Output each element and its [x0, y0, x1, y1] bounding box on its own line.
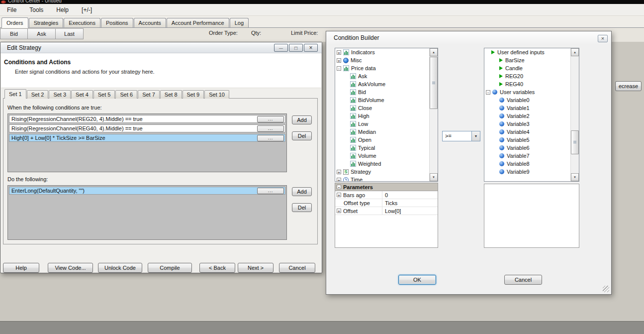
- tab-account-performance[interactable]: Account Performance: [167, 18, 229, 27]
- action-row-1-selected[interactable]: EnterLong(DefaultQuantity, "") ...: [9, 187, 285, 195]
- right-tree-scrollbar[interactable]: [570, 48, 579, 181]
- expand-plus-icon[interactable]: [337, 193, 341, 197]
- collapse-minus-icon[interactable]: [486, 90, 490, 95]
- expand-plus-icon[interactable]: [337, 50, 341, 55]
- tree-item-reg40[interactable]: REG40: [484, 80, 570, 88]
- cancel-wizard-button[interactable]: Cancel: [279, 263, 315, 273]
- tree-item-strategy[interactable]: Strategy: [335, 168, 429, 176]
- tree-item-variable8[interactable]: Variable8: [484, 160, 570, 168]
- scroll-down-button[interactable]: [571, 173, 579, 181]
- edit-strategy-titlebar[interactable]: Edit Strategy: [0, 42, 322, 53]
- param-value-cell[interactable]: 0: [382, 191, 438, 199]
- expand-plus-icon[interactable]: [337, 209, 341, 213]
- view-code-button[interactable]: View Code...: [48, 263, 93, 273]
- edit-condition-button[interactable]: ...: [257, 125, 284, 132]
- tree-item-time[interactable]: Time: [335, 176, 429, 181]
- expand-plus-icon[interactable]: [337, 58, 341, 63]
- column-header-last[interactable]: Last: [56, 28, 84, 39]
- tree-item-askvolume[interactable]: AskVolume: [335, 80, 429, 88]
- condition-row-3-selected[interactable]: High[0] + Low[0] * TickSize >= BarSize .…: [9, 134, 285, 142]
- tree-item-variable4[interactable]: Variable4: [484, 128, 570, 136]
- tree-item-median[interactable]: Median: [335, 128, 429, 136]
- condition-row-1[interactable]: Rising(RegressionChannel(REG20, 4).Middl…: [9, 115, 285, 123]
- tree-item-user-variables[interactable]: User variables: [484, 88, 570, 96]
- tab-positions[interactable]: Positions: [101, 18, 133, 27]
- tree-item-indicators[interactable]: Indicators: [335, 48, 429, 56]
- tab-set-7[interactable]: Set 7: [138, 90, 160, 99]
- tree-item-variable7[interactable]: Variable7: [484, 152, 570, 160]
- left-tree-scrollbar[interactable]: [429, 48, 438, 181]
- tab-set-4[interactable]: Set 4: [71, 90, 93, 99]
- tab-strategies[interactable]: Strategies: [29, 18, 64, 27]
- param-row-bars-ago[interactable]: Bars ago 0: [335, 191, 438, 199]
- tree-item-variable5[interactable]: Variable5: [484, 136, 570, 144]
- add-action-button[interactable]: Add: [292, 187, 312, 196]
- tree-item-price-data[interactable]: Price data: [335, 64, 429, 72]
- back-button[interactable]: < Back: [199, 263, 235, 273]
- scroll-thumb[interactable]: [571, 130, 579, 154]
- tree-item-bid[interactable]: Bid: [335, 88, 429, 96]
- collapse-minus-icon[interactable]: [337, 185, 341, 189]
- next-button[interactable]: Next >: [238, 263, 274, 273]
- tree-item-open[interactable]: Open: [335, 136, 429, 144]
- tree-item-variable3[interactable]: Variable3: [484, 120, 570, 128]
- tree-item-bidvolume[interactable]: BidVolume: [335, 96, 429, 104]
- scroll-down-button[interactable]: [430, 173, 438, 181]
- tree-item-misc[interactable]: Misc: [335, 56, 429, 64]
- tree-item-ask[interactable]: Ask: [335, 72, 429, 80]
- chevron-down-icon[interactable]: [471, 131, 480, 141]
- tab-set-5[interactable]: Set 5: [93, 90, 115, 99]
- menu-file[interactable]: File: [2, 5, 21, 15]
- expand-plus-icon[interactable]: [337, 170, 341, 174]
- tab-set-8[interactable]: Set 8: [160, 90, 182, 99]
- add-condition-button[interactable]: Add: [292, 115, 312, 124]
- condition-row-2[interactable]: Rising(RegressionChannel(REG40, 4).Middl…: [9, 124, 285, 132]
- param-row-offset[interactable]: Offset Low[0]: [335, 207, 438, 215]
- close-button[interactable]: [304, 44, 318, 52]
- tab-set-3[interactable]: Set 3: [49, 90, 71, 99]
- expand-plus-icon[interactable]: [337, 178, 341, 182]
- help-button[interactable]: Help: [3, 263, 39, 273]
- tab-set-9[interactable]: Set 9: [183, 90, 204, 99]
- tree-item-reg20[interactable]: REG20: [484, 72, 570, 80]
- tab-set-1[interactable]: Set 1: [4, 89, 26, 99]
- delete-action-button[interactable]: Del: [292, 203, 312, 212]
- parameters-header[interactable]: Parameters: [335, 183, 438, 191]
- tab-set-6[interactable]: Set 6: [115, 90, 137, 99]
- tab-set-10[interactable]: Set 10: [204, 90, 229, 99]
- tree-item-user-defined-inputs[interactable]: User defined inputs: [484, 48, 570, 56]
- scroll-up-button[interactable]: [430, 48, 438, 56]
- edit-action-button[interactable]: ...: [257, 188, 284, 194]
- tab-orders[interactable]: Orders: [1, 17, 28, 28]
- tab-set-2[interactable]: Set 2: [27, 90, 49, 99]
- tab-accounts[interactable]: Accounts: [134, 18, 166, 27]
- edit-condition-button[interactable]: ...: [257, 135, 284, 141]
- menu-tools[interactable]: Tools: [24, 5, 48, 15]
- tree-item-variable6[interactable]: Variable6: [484, 144, 570, 152]
- column-header-ask[interactable]: Ask: [28, 28, 56, 39]
- tree-item-barsize[interactable]: BarSize: [484, 56, 570, 64]
- resize-grip[interactable]: [603, 286, 609, 292]
- param-row-offset-type[interactable]: Offset type Ticks: [335, 199, 438, 207]
- tree-item-volume[interactable]: Volume: [335, 152, 429, 160]
- scroll-up-button[interactable]: [571, 48, 579, 56]
- cancel-button[interactable]: Cancel: [504, 275, 542, 285]
- tree-item-close[interactable]: Close: [335, 104, 429, 112]
- scroll-thumb[interactable]: [430, 57, 438, 109]
- collapse-minus-icon[interactable]: [337, 66, 341, 71]
- menu-plus-minus[interactable]: [+/-]: [77, 5, 97, 15]
- param-value-cell[interactable]: Ticks: [382, 199, 438, 207]
- tree-item-variable0[interactable]: Variable0: [484, 96, 570, 104]
- tree-item-weighted[interactable]: Weighted: [335, 160, 429, 168]
- unlock-code-button[interactable]: Unlock Code: [98, 263, 142, 273]
- operator-dropdown[interactable]: >=: [442, 131, 480, 141]
- window-titlebar-sliver[interactable]: Control Center - Untitled: [0, 0, 644, 4]
- tree-item-variable9[interactable]: Variable9: [484, 168, 570, 176]
- tab-log[interactable]: Log: [230, 18, 249, 27]
- edit-condition-button[interactable]: ...: [257, 116, 284, 122]
- tree-item-variable1[interactable]: Variable1: [484, 104, 570, 112]
- maximize-button[interactable]: [289, 44, 303, 52]
- close-dialog-button[interactable]: [598, 35, 608, 42]
- param-value-cell[interactable]: Low[0]: [382, 207, 438, 215]
- column-header-bid[interactable]: Bid: [0, 28, 28, 39]
